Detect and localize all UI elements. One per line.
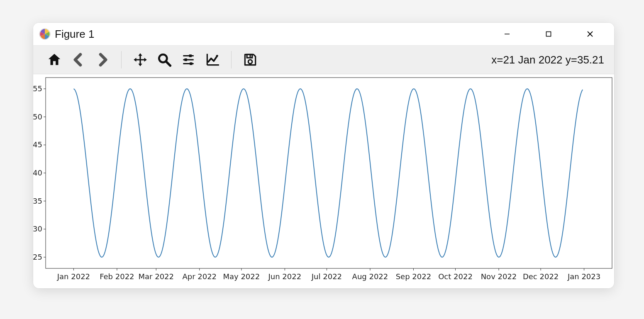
svg-text:50: 50: [33, 112, 42, 121]
coordinate-readout: x=21 Jan 2022 y=35.21: [491, 54, 607, 66]
svg-rect-2: [546, 32, 551, 37]
svg-line-6: [166, 62, 171, 66]
close-button[interactable]: [569, 23, 611, 45]
svg-text:May 2022: May 2022: [223, 272, 260, 281]
svg-text:55: 55: [33, 84, 42, 93]
svg-rect-15: [247, 54, 252, 58]
svg-text:Aug 2022: Aug 2022: [352, 272, 388, 281]
svg-text:Nov 2022: Nov 2022: [481, 272, 517, 281]
svg-text:Jan 2022: Jan 2022: [57, 272, 90, 281]
figure-window: Figure 1: [33, 23, 614, 288]
svg-text:Feb 2022: Feb 2022: [100, 272, 134, 281]
save-button[interactable]: [238, 48, 262, 71]
titlebar: Figure 1: [33, 23, 614, 45]
svg-text:30: 30: [33, 224, 42, 233]
maximize-button[interactable]: [528, 23, 569, 45]
svg-text:Jun 2022: Jun 2022: [268, 272, 302, 281]
svg-text:40: 40: [33, 168, 42, 177]
svg-rect-16: [249, 55, 251, 57]
edit-axes-button[interactable]: [200, 48, 224, 71]
svg-text:Mar 2022: Mar 2022: [139, 272, 174, 281]
toolbar-separator: [121, 51, 122, 68]
svg-text:Jan 2023: Jan 2023: [567, 272, 600, 281]
svg-rect-8: [189, 54, 192, 57]
svg-text:45: 45: [33, 140, 42, 149]
minimize-button[interactable]: [486, 23, 528, 45]
svg-text:25: 25: [33, 253, 42, 261]
toolbar-separator: [231, 51, 232, 68]
matplotlib-icon: [39, 28, 51, 40]
svg-text:Dec 2022: Dec 2022: [523, 272, 559, 281]
svg-text:Sep 2022: Sep 2022: [396, 272, 431, 281]
configure-subplots-button[interactable]: [176, 48, 200, 71]
forward-button[interactable]: [90, 48, 115, 71]
svg-point-17: [248, 60, 252, 64]
window-title: Figure 1: [55, 28, 94, 41]
pan-button[interactable]: [128, 48, 152, 71]
svg-rect-18: [46, 78, 612, 268]
svg-text:35: 35: [33, 197, 42, 205]
home-button[interactable]: [42, 48, 66, 71]
toolbar: x=21 Jan 2022 y=35.21: [33, 45, 614, 74]
svg-rect-12: [190, 62, 192, 65]
svg-text:Jul 2022: Jul 2022: [311, 272, 342, 281]
line-chart: 25303540455055Jan 2022Feb 2022Mar 2022Ap…: [33, 74, 614, 288]
back-button[interactable]: [66, 48, 90, 71]
svg-rect-10: [185, 58, 187, 61]
svg-text:Apr 2022: Apr 2022: [182, 272, 217, 281]
svg-text:Oct 2022: Oct 2022: [438, 272, 473, 281]
zoom-button[interactable]: [152, 48, 176, 71]
plot-area[interactable]: 25303540455055Jan 2022Feb 2022Mar 2022Ap…: [33, 74, 614, 288]
